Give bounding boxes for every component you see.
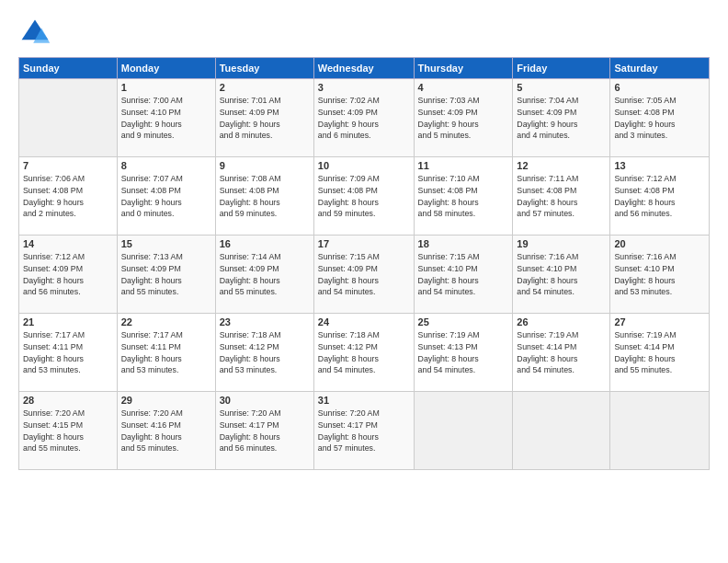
calendar-cell: 31Sunrise: 7:20 AM Sunset: 4:17 PM Dayli…	[313, 392, 414, 470]
day-number: 28	[23, 395, 113, 406]
day-info: Sunrise: 7:07 AM Sunset: 4:08 PM Dayligh…	[121, 173, 211, 220]
day-info: Sunrise: 7:11 AM Sunset: 4:08 PM Dayligh…	[517, 173, 606, 220]
day-number: 1	[121, 82, 211, 93]
calendar-cell: 5Sunrise: 7:04 AM Sunset: 4:09 PM Daylig…	[513, 79, 610, 157]
calendar-cell: 16Sunrise: 7:14 AM Sunset: 4:09 PM Dayli…	[215, 236, 313, 314]
day-info: Sunrise: 7:08 AM Sunset: 4:08 PM Dayligh…	[220, 173, 310, 220]
day-info: Sunrise: 7:19 AM Sunset: 4:14 PM Dayligh…	[614, 329, 705, 376]
day-number: 18	[418, 238, 509, 249]
header	[18, 17, 710, 50]
day-info: Sunrise: 7:16 AM Sunset: 4:10 PM Dayligh…	[614, 251, 705, 298]
calendar-cell	[414, 392, 513, 470]
weekday-header-row: SundayMondayTuesdayWednesdayThursdayFrid…	[19, 58, 710, 79]
day-number: 21	[23, 316, 113, 327]
calendar-cell: 27Sunrise: 7:19 AM Sunset: 4:14 PM Dayli…	[610, 314, 710, 392]
day-info: Sunrise: 7:19 AM Sunset: 4:13 PM Dayligh…	[418, 329, 509, 376]
weekday-header-sunday: Sunday	[19, 58, 118, 79]
day-info: Sunrise: 7:03 AM Sunset: 4:09 PM Dayligh…	[418, 95, 509, 142]
calendar-cell: 28Sunrise: 7:20 AM Sunset: 4:15 PM Dayli…	[19, 392, 118, 470]
day-number: 13	[614, 160, 705, 171]
calendar-cell: 7Sunrise: 7:06 AM Sunset: 4:08 PM Daylig…	[19, 157, 118, 236]
calendar-cell: 22Sunrise: 7:17 AM Sunset: 4:11 PM Dayli…	[117, 314, 215, 392]
day-info: Sunrise: 7:14 AM Sunset: 4:09 PM Dayligh…	[220, 251, 310, 298]
day-number: 10	[318, 160, 410, 171]
calendar-cell: 9Sunrise: 7:08 AM Sunset: 4:08 PM Daylig…	[215, 157, 313, 236]
calendar-cell	[610, 392, 710, 470]
calendar-cell: 29Sunrise: 7:20 AM Sunset: 4:16 PM Dayli…	[117, 392, 215, 470]
day-info: Sunrise: 7:02 AM Sunset: 4:09 PM Dayligh…	[318, 95, 410, 142]
day-number: 15	[121, 238, 211, 249]
calendar-cell: 20Sunrise: 7:16 AM Sunset: 4:10 PM Dayli…	[610, 236, 710, 314]
calendar-week-row: 21Sunrise: 7:17 AM Sunset: 4:11 PM Dayli…	[19, 314, 710, 392]
calendar-week-row: 14Sunrise: 7:12 AM Sunset: 4:09 PM Dayli…	[19, 236, 710, 314]
day-info: Sunrise: 7:20 AM Sunset: 4:17 PM Dayligh…	[318, 408, 410, 454]
day-info: Sunrise: 7:00 AM Sunset: 4:10 PM Dayligh…	[121, 95, 211, 142]
calendar-cell: 30Sunrise: 7:20 AM Sunset: 4:17 PM Dayli…	[215, 392, 313, 470]
calendar-cell: 10Sunrise: 7:09 AM Sunset: 4:08 PM Dayli…	[313, 157, 414, 236]
day-info: Sunrise: 7:12 AM Sunset: 4:08 PM Dayligh…	[614, 173, 705, 220]
calendar-cell: 23Sunrise: 7:18 AM Sunset: 4:12 PM Dayli…	[215, 314, 313, 392]
calendar-cell: 12Sunrise: 7:11 AM Sunset: 4:08 PM Dayli…	[513, 157, 610, 236]
day-number: 14	[23, 238, 113, 249]
calendar-cell: 18Sunrise: 7:15 AM Sunset: 4:10 PM Dayli…	[414, 236, 513, 314]
calendar-cell	[513, 392, 610, 470]
day-number: 9	[220, 160, 310, 171]
day-info: Sunrise: 7:17 AM Sunset: 4:11 PM Dayligh…	[121, 329, 211, 376]
calendar-cell: 24Sunrise: 7:18 AM Sunset: 4:12 PM Dayli…	[313, 314, 414, 392]
day-info: Sunrise: 7:09 AM Sunset: 4:08 PM Dayligh…	[318, 173, 410, 220]
day-number: 16	[220, 238, 310, 249]
day-info: Sunrise: 7:16 AM Sunset: 4:10 PM Dayligh…	[517, 251, 606, 298]
day-info: Sunrise: 7:01 AM Sunset: 4:09 PM Dayligh…	[220, 95, 310, 142]
day-number: 3	[318, 82, 410, 93]
day-info: Sunrise: 7:18 AM Sunset: 4:12 PM Dayligh…	[220, 329, 310, 376]
day-info: Sunrise: 7:05 AM Sunset: 4:08 PM Dayligh…	[614, 95, 705, 142]
calendar-cell: 8Sunrise: 7:07 AM Sunset: 4:08 PM Daylig…	[117, 157, 215, 236]
day-number: 12	[517, 160, 606, 171]
weekday-header-thursday: Thursday	[414, 58, 513, 79]
day-number: 8	[121, 160, 211, 171]
calendar-week-row: 7Sunrise: 7:06 AM Sunset: 4:08 PM Daylig…	[19, 157, 710, 236]
day-number: 23	[220, 316, 310, 327]
logo-icon	[18, 17, 51, 50]
day-number: 5	[517, 82, 606, 93]
day-info: Sunrise: 7:12 AM Sunset: 4:09 PM Dayligh…	[23, 251, 113, 298]
day-number: 25	[418, 316, 509, 327]
weekday-header-friday: Friday	[513, 58, 610, 79]
day-number: 17	[318, 238, 410, 249]
weekday-header-saturday: Saturday	[610, 58, 710, 79]
calendar-cell: 15Sunrise: 7:13 AM Sunset: 4:09 PM Dayli…	[117, 236, 215, 314]
calendar-cell: 25Sunrise: 7:19 AM Sunset: 4:13 PM Dayli…	[414, 314, 513, 392]
logo	[18, 17, 55, 50]
calendar-cell: 2Sunrise: 7:01 AM Sunset: 4:09 PM Daylig…	[215, 79, 313, 157]
day-info: Sunrise: 7:17 AM Sunset: 4:11 PM Dayligh…	[23, 329, 113, 376]
day-number: 26	[517, 316, 606, 327]
day-number: 7	[23, 160, 113, 171]
day-number: 19	[517, 238, 606, 249]
day-info: Sunrise: 7:20 AM Sunset: 4:16 PM Dayligh…	[121, 408, 211, 454]
day-number: 27	[614, 316, 705, 327]
weekday-header-wednesday: Wednesday	[313, 58, 414, 79]
calendar-week-row: 28Sunrise: 7:20 AM Sunset: 4:15 PM Dayli…	[19, 392, 710, 470]
calendar-cell: 14Sunrise: 7:12 AM Sunset: 4:09 PM Dayli…	[19, 236, 118, 314]
day-number: 2	[220, 82, 310, 93]
day-info: Sunrise: 7:13 AM Sunset: 4:09 PM Dayligh…	[121, 251, 211, 298]
calendar-cell: 4Sunrise: 7:03 AM Sunset: 4:09 PM Daylig…	[414, 79, 513, 157]
day-info: Sunrise: 7:15 AM Sunset: 4:10 PM Dayligh…	[418, 251, 509, 298]
day-number: 24	[318, 316, 410, 327]
calendar-cell: 13Sunrise: 7:12 AM Sunset: 4:08 PM Dayli…	[610, 157, 710, 236]
calendar-page: SundayMondayTuesdayWednesdayThursdayFrid…	[0, 0, 728, 563]
calendar-cell: 19Sunrise: 7:16 AM Sunset: 4:10 PM Dayli…	[513, 236, 610, 314]
day-info: Sunrise: 7:19 AM Sunset: 4:14 PM Dayligh…	[517, 329, 606, 376]
calendar-cell: 6Sunrise: 7:05 AM Sunset: 4:08 PM Daylig…	[610, 79, 710, 157]
calendar-cell: 3Sunrise: 7:02 AM Sunset: 4:09 PM Daylig…	[313, 79, 414, 157]
weekday-header-monday: Monday	[117, 58, 215, 79]
weekday-header-tuesday: Tuesday	[215, 58, 313, 79]
calendar-cell: 1Sunrise: 7:00 AM Sunset: 4:10 PM Daylig…	[117, 79, 215, 157]
day-info: Sunrise: 7:20 AM Sunset: 4:17 PM Dayligh…	[220, 408, 310, 454]
day-number: 29	[121, 395, 211, 406]
calendar-week-row: 1Sunrise: 7:00 AM Sunset: 4:10 PM Daylig…	[19, 79, 710, 157]
day-number: 4	[418, 82, 509, 93]
day-info: Sunrise: 7:18 AM Sunset: 4:12 PM Dayligh…	[318, 329, 410, 376]
calendar-cell: 21Sunrise: 7:17 AM Sunset: 4:11 PM Dayli…	[19, 314, 118, 392]
calendar-cell: 17Sunrise: 7:15 AM Sunset: 4:09 PM Dayli…	[313, 236, 414, 314]
